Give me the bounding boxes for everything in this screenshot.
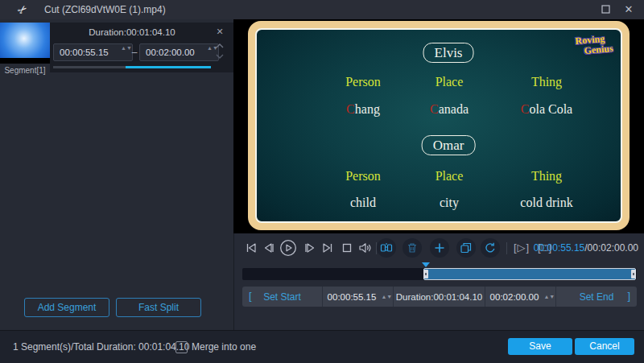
video-frame: Elvis Person Place Thing Chang Canada Co… — [248, 21, 630, 230]
copy-segment-button[interactable] — [456, 238, 476, 258]
set-start-cell[interactable]: [ Set Start — [242, 287, 323, 307]
scissors-icon: ✂ — [14, 2, 30, 18]
segment-remove-icon[interactable]: ✕ — [214, 27, 225, 36]
playhead-marker[interactable] — [422, 262, 430, 267]
segment-panel: Segment[1] Duration:00:01:04.10 00:00:55… — [0, 19, 233, 330]
skip-to-start-icon[interactable] — [244, 241, 258, 255]
slide-badge-omar: Omar — [422, 135, 476, 155]
slide-word: Chang — [346, 102, 380, 117]
segment-move-down-icon[interactable] — [215, 52, 225, 60]
cancel-button[interactable]: Cancel — [575, 338, 634, 355]
video-preview-area: Elvis Person Place Thing Chang Canada Co… — [233, 19, 644, 233]
spinner-down-icon[interactable]: ▼ — [549, 294, 555, 299]
maximize-button[interactable] — [597, 3, 614, 16]
word-rest: anada — [439, 102, 469, 116]
word-rest: ola Cola — [529, 102, 572, 116]
set-end-button[interactable]: Set End — [580, 291, 614, 303]
word-lead: C — [521, 102, 530, 116]
timeline-selection[interactable] — [423, 268, 636, 280]
watermark-line2: Genius — [584, 43, 613, 56]
start-spinner[interactable]: ▲▼ — [121, 44, 129, 60]
end-time-cell[interactable]: 00:02:00.00 ▲▼ — [485, 287, 556, 307]
word-rest: city — [440, 196, 459, 209]
slide-word: child — [350, 196, 376, 210]
slide-header: Thing — [531, 75, 562, 89]
spinner-down-icon[interactable]: ▼ — [386, 294, 392, 299]
window-title: Cut (ZCl69dVtW0E (1).mp4) — [44, 4, 166, 15]
set-end-cell[interactable]: Set End ] — [556, 287, 637, 307]
merge-checkbox[interactable] — [175, 341, 188, 353]
word-rest: hang — [355, 102, 380, 116]
segment-thumbnail-frame — [0, 23, 50, 58]
trim-end-spinner[interactable]: ▲▼ — [543, 294, 551, 300]
word-rest: cold drink — [520, 196, 572, 209]
play-segment-button[interactable]: [▷] — [514, 241, 530, 254]
slide-word: Canada — [430, 102, 469, 117]
segment-move-up-icon[interactable] — [215, 42, 225, 50]
skip-to-end-icon[interactable] — [320, 241, 335, 255]
current-time: 00:00:55.15 — [534, 242, 584, 254]
merge-label: Merge into one — [192, 341, 256, 353]
timeline-track[interactable] — [242, 268, 637, 280]
add-segment-plus-button[interactable] — [430, 238, 449, 258]
selection-end-handle[interactable] — [631, 270, 636, 278]
trim-bar: [ Set Start 00:00:55.15 ▲▼ Duration:00:0… — [242, 287, 637, 307]
slide-badge-elvis: Elvis — [423, 43, 474, 63]
trim-end-value: 00:02:00.00 — [490, 292, 539, 302]
time-display: 00:00:55.15/00:02:00.00 — [534, 242, 638, 254]
split-segment-button[interactable] — [377, 238, 396, 258]
playback-controls-panel: [▷] [□] 00:00:55.15/00:02:00.00 [ Set St… — [233, 233, 644, 330]
segment-range-bar[interactable] — [53, 66, 211, 68]
slide-word: cold drink — [520, 196, 572, 210]
trim-start-value: 00:00:55.15 — [328, 292, 377, 302]
duration-cell: Duration:00:01:04.10 — [394, 287, 485, 307]
trim-duration-label: Duration:00:01:04.10 — [396, 292, 482, 302]
segment-label: Segment[1] — [0, 66, 50, 75]
footer-bar: 1 Segment(s)/Total Duration: 00:01:04.10… — [0, 330, 644, 363]
toolbar-separator — [506, 242, 507, 254]
step-forward-icon[interactable] — [303, 241, 317, 255]
segment-thumbnail[interactable] — [0, 23, 50, 64]
start-time-cell[interactable]: 00:00:55.15 ▲▼ — [323, 287, 394, 307]
play-icon[interactable] — [279, 239, 297, 257]
reset-button[interactable] — [481, 238, 500, 258]
start-bracket: [ — [249, 290, 252, 302]
set-start-button[interactable]: Set Start — [263, 291, 301, 303]
segment-end-value: 00:02:00.00 — [146, 47, 195, 57]
step-backward-icon[interactable] — [262, 241, 276, 255]
segment-start-input[interactable]: 00:00:55.15 ▲▼ — [53, 43, 133, 61]
end-spinner[interactable]: ▲▼ — [207, 44, 215, 60]
time-range-dash: – — [130, 43, 139, 61]
slide-content: Elvis Person Place Thing Chang Canada Co… — [255, 28, 622, 223]
close-button[interactable]: ✕ — [620, 3, 638, 16]
save-button[interactable]: Save — [508, 338, 572, 355]
segment-end-input[interactable]: 00:02:00.00 ▲▼ — [139, 43, 219, 61]
segments-summary: 1 Segment(s)/Total Duration: 00:01:04.10 — [13, 341, 189, 353]
segment-duration-label: Duration:00:01:04.10 — [50, 27, 214, 37]
roving-genius-watermark: Roving Genius — [575, 33, 613, 57]
delete-segment-button[interactable] — [402, 238, 422, 258]
stop-icon[interactable] — [340, 241, 354, 255]
segment-start-value: 00:00:55.15 — [60, 47, 109, 57]
segment-range-fill — [126, 66, 211, 68]
slide-header: Person — [345, 75, 381, 89]
add-segment-button[interactable]: Add Segment — [24, 298, 109, 317]
word-lead: C — [430, 102, 439, 116]
trim-start-spinner[interactable]: ▲▼ — [381, 294, 388, 300]
slide-header: Place — [436, 75, 464, 89]
word-lead: C — [346, 102, 355, 116]
selection-start-handle[interactable] — [423, 270, 428, 278]
volume-icon[interactable] — [357, 241, 372, 255]
spinner-up-icon[interactable]: ▲ — [121, 45, 126, 51]
slide-word: city — [440, 196, 459, 210]
fast-split-button[interactable]: Fast Split — [116, 298, 201, 317]
total-time: /00:02:00.00 — [584, 242, 638, 254]
slide-header: Place — [436, 169, 464, 184]
spinner-up-icon[interactable]: ▲ — [207, 45, 213, 51]
word-rest: child — [350, 196, 376, 209]
slide-header: Person — [345, 169, 381, 184]
segment-editor: Duration:00:01:04.10 00:00:55.15 ▲▼ – 00… — [50, 23, 233, 72]
slide-word: Cola Cola — [521, 102, 572, 117]
end-bracket: ] — [627, 290, 630, 302]
slide-header: Thing — [531, 169, 562, 184]
